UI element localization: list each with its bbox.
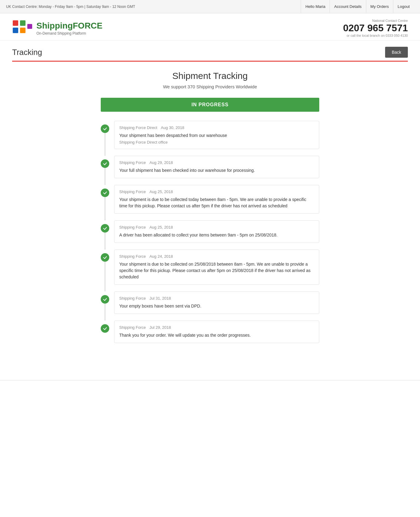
event-card: Shipping Force Aug 24, 2018 Your shipmen… [114,250,319,285]
top-nav: Hello Maria Account Details My Orders Lo… [301,0,414,13]
event-provider: Shipping Force [119,296,146,301]
event-message: Your shipment has been despatched from o… [119,132,314,139]
event-provider: Shipping Force [119,225,146,230]
shipment-title: Shipment Tracking [101,71,319,81]
event-date: Aug 25, 2018 [149,225,173,230]
tracking-event: Shipping Force Aug 29, 2018 Your full sh… [101,156,319,178]
page-header: Tracking Back [0,41,420,61]
event-message: A driver has been allocated to collect y… [119,232,314,238]
event-checkmark-icon [101,295,109,304]
event-card: Shipping Force Aug 25, 2018 A driver has… [114,220,319,243]
top-bar: UK Contact Centre: Monday - Friday 9am -… [0,0,420,13]
svg-rect-1 [20,20,25,26]
event-card: Shipping Force Direct Aug 30, 2018 Your … [114,121,319,149]
event-meta: Shipping Force Direct Aug 30, 2018 [119,125,314,130]
contact-area: National Contact Centre 0207 965 7571 or… [343,19,408,37]
logo-tagline: On-Demand Shipping Platform [36,31,103,36]
event-provider: Shipping Force [119,189,146,194]
event-meta: Shipping Force Jul 29, 2018 [119,325,314,330]
event-meta: Shipping Force Aug 24, 2018 [119,254,314,259]
contact-alt: or call the local branch on 0333 050 413… [343,34,408,37]
event-meta: Shipping Force Jul 31, 2018 [119,296,314,301]
logo-name: ShippingFORCE [36,21,103,31]
tracking-event: Shipping Force Aug 24, 2018 Your shipmen… [101,250,319,285]
event-checkmark-icon [101,324,109,333]
event-provider: Shipping Force [119,254,146,259]
account-details-link[interactable]: Account Details [330,0,366,13]
tracking-event: Shipping Force Aug 25, 2018 A driver has… [101,220,319,243]
contact-phone: 0207 965 7571 [343,23,408,33]
event-checkmark-icon [101,189,109,197]
event-message: Your shipment is due to be collected on … [119,261,314,280]
event-message: Your full shipment has been checked into… [119,167,314,174]
event-date: Aug 25, 2018 [149,189,173,194]
event-checkmark-icon [101,224,109,233]
event-message: Your shipment is due to be collected tod… [119,196,314,209]
event-date: Aug 30, 2018 [161,125,184,130]
event-date: Jul 31, 2018 [149,296,171,301]
event-meta: Shipping Force Aug 25, 2018 [119,225,314,230]
svg-rect-0 [13,20,18,26]
logout-link[interactable]: Logout [393,0,414,13]
contact-label: National Contact Centre [343,19,408,22]
my-orders-link[interactable]: My Orders [366,0,393,13]
svg-rect-4 [27,24,32,29]
logo-force-word: FORCE [73,21,103,30]
shipment-subtitle: We support 370 Shipping Providers Worldw… [101,84,319,89]
event-location: Shipping Force Direct office [119,140,314,145]
event-meta: Shipping Force Aug 25, 2018 [119,189,314,194]
event-message: Your empty boxes have been sent via DPD. [119,303,314,309]
footer-divider [0,380,420,380]
svg-rect-2 [13,28,18,33]
back-button[interactable]: Back [385,47,408,58]
logo-area: ShippingFORCE On-Demand Shipping Platfor… [12,20,103,36]
contact-info: UK Contact Centre: Monday - Friday 9am -… [6,5,135,9]
page-divider [12,61,408,62]
tracking-events-list: Shipping Force Direct Aug 30, 2018 Your … [101,121,319,343]
page-title: Tracking [12,48,42,57]
event-meta: Shipping Force Aug 29, 2018 [119,160,314,165]
tracking-event: Shipping Force Jul 31, 2018 Your empty b… [101,291,319,314]
event-provider: Shipping Force [119,160,146,165]
logo-icon [12,20,33,36]
main-content: Shipment Tracking We support 370 Shippin… [95,71,325,368]
tracking-event: Shipping Force Aug 25, 2018 Your shipmen… [101,185,319,214]
event-message: Thank you for your order. We will update… [119,332,314,338]
event-date: Aug 24, 2018 [149,254,173,259]
event-card: Shipping Force Jul 31, 2018 Your empty b… [114,291,319,314]
logo-text: ShippingFORCE On-Demand Shipping Platfor… [36,21,103,36]
svg-rect-3 [20,28,25,33]
logo-shipping-word: Shipping [36,21,73,30]
event-checkmark-icon [101,159,109,168]
event-checkmark-icon [101,253,109,262]
tracking-event: Shipping Force Direct Aug 30, 2018 Your … [101,121,319,149]
event-card: Shipping Force Aug 25, 2018 Your shipmen… [114,185,319,214]
event-provider: Shipping Force [119,325,146,330]
event-provider: Shipping Force Direct [119,125,157,130]
event-card: Shipping Force Aug 29, 2018 Your full sh… [114,156,319,178]
event-date: Aug 29, 2018 [149,160,173,165]
event-checkmark-icon [101,124,109,133]
site-header: ShippingFORCE On-Demand Shipping Platfor… [0,13,420,41]
tracking-event: Shipping Force Jul 29, 2018 Thank you fo… [101,321,319,343]
hello-user: Hello Maria [301,0,330,13]
status-banner: IN PROGRESS [101,98,319,112]
event-date: Jul 29, 2018 [149,325,171,330]
event-card: Shipping Force Jul 29, 2018 Thank you fo… [114,321,319,343]
